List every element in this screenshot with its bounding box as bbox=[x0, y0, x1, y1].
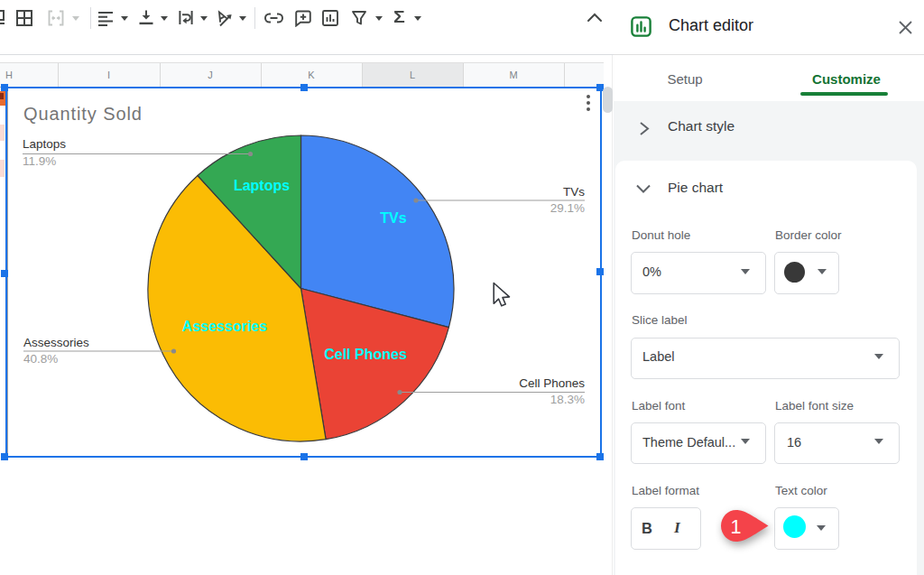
svg-text:1: 1 bbox=[731, 516, 742, 538]
